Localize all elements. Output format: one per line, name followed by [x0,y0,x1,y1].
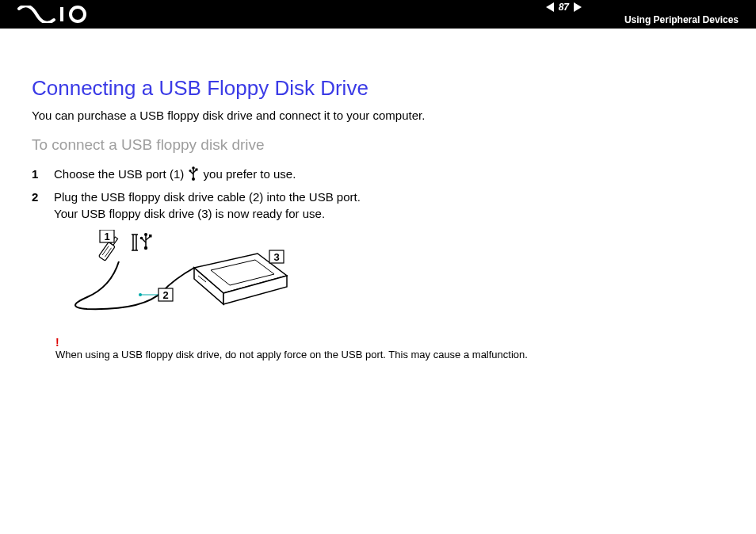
svg-point-4 [192,177,195,181]
steps-list: Choose the USB port (1) you prefer to us… [32,166,724,222]
svg-rect-8 [98,242,115,261]
intro-paragraph: You can purchase a USB floppy disk drive… [32,109,724,122]
diagram-label-2: 2 [162,288,168,300]
section-title: Using Peripheral Devices [624,14,739,25]
diagram-label-3: 3 [273,250,279,262]
diagram-label-1: 1 [104,230,109,242]
procedure-title: To connect a USB floppy disk drive [32,136,724,154]
step-1: Choose the USB port (1) you prefer to us… [32,166,724,185]
svg-point-5 [189,170,192,172]
svg-point-13 [144,233,147,236]
svg-point-1 [71,7,85,21]
page-number: 87 [559,2,569,13]
step-1-text-a: Choose the USB port (1) [54,167,187,181]
prev-page-icon[interactable] [546,2,554,12]
step-2-line-2: Your USB floppy disk drive (3) is now re… [54,207,325,220]
step-2-line-1: Plug the USB floppy disk drive cable (2)… [54,190,361,204]
page-navigation: 87 [546,2,582,13]
svg-rect-16 [149,235,152,238]
warning-note: ! When using a USB floppy disk drive, do… [55,336,724,360]
svg-point-15 [140,236,143,239]
next-page-icon[interactable] [574,2,582,12]
usb-icon [189,166,198,185]
svg-rect-0 [60,7,63,21]
svg-point-3 [193,166,196,170]
svg-rect-6 [196,169,198,171]
step-2: Plug the USB floppy disk drive cable (2)… [32,189,724,222]
step-1-text-b: you prefer to use. [204,167,296,181]
warning-icon: ! [55,336,724,349]
warning-text: When using a USB floppy disk drive, do n… [55,349,724,360]
page-title: Connecting a USB Floppy Disk Drive [32,76,724,101]
connection-diagram: 1 2 3 [55,230,724,328]
header-bar: 87 Using Peripheral Devices [0,0,756,29]
vaio-logo [17,6,90,23]
svg-point-14 [144,246,147,250]
page-content: Connecting a USB Floppy Disk Drive You c… [0,29,756,360]
